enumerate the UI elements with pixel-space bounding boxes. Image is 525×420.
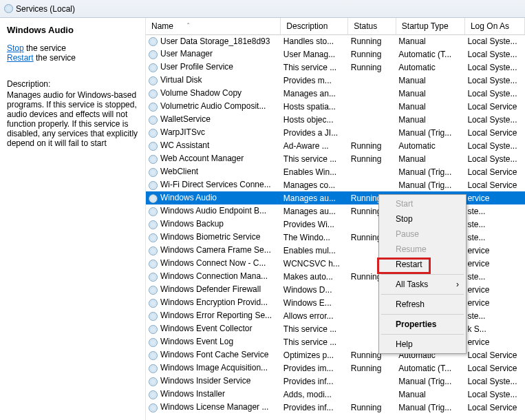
col-log-on-as[interactable]: Log On As (464, 18, 524, 34)
table-row[interactable]: Windows Font Cache ServiceOptimizes p...… (146, 348, 525, 361)
table-row[interactable]: WarpJITSvcProvides a JI...Manual (Trig..… (146, 126, 525, 139)
cell-name: Windows Audio Endpoint B... (146, 204, 281, 218)
table-row[interactable]: Windows Connect Now - C...WCNCSVC h...er… (146, 257, 525, 270)
cell-desc: Manages an... (281, 87, 348, 100)
col-startup-type[interactable]: Startup Type (396, 18, 464, 34)
cell-desc: WCNCSVC h... (281, 257, 348, 270)
table-row[interactable]: Windows Event CollectorThis service ...k… (146, 322, 525, 335)
service-icon (149, 220, 158, 229)
cell-logon: Local Service (464, 178, 524, 191)
cell-status (348, 388, 396, 401)
cell-startup: Manual (396, 87, 464, 100)
cell-startup: Manual (396, 113, 464, 126)
context-menu: Start Stop Pause Resume Restart All Task… (378, 194, 467, 354)
table-row[interactable]: Web Account ManagerThis service ...Runni… (146, 152, 525, 165)
service-icon (149, 351, 158, 360)
cell-logon: ste... (464, 218, 524, 231)
service-icon (149, 299, 158, 308)
cell-name: WalletService (146, 113, 281, 126)
cell-status: Running (348, 34, 396, 48)
table-row[interactable]: Windows AudioManages au...Runningervice (146, 191, 525, 204)
table-row[interactable]: User Data Storage_181e8d93Handles sto...… (146, 34, 525, 48)
table-row[interactable]: Windows InstallerAdds, modi...ManualLoca… (146, 388, 525, 401)
table-row[interactable]: Windows Audio Endpoint B...Manages au...… (146, 204, 525, 218)
table-row[interactable]: Windows Defender FirewallWindows D...erv… (146, 283, 525, 296)
cell-name: User Profile Service (146, 61, 281, 74)
ctx-separator (381, 274, 464, 275)
cell-desc: The Windo... (281, 231, 348, 244)
services-table[interactable]: Name Description Status Startup Type Log… (146, 18, 525, 414)
service-icon (149, 50, 158, 59)
col-description[interactable]: Description (281, 18, 348, 34)
cell-name: WC Assistant (146, 139, 281, 152)
table-row[interactable]: Windows License Manager ...Provides inf.… (146, 401, 525, 414)
cell-name: Windows Event Collector (146, 322, 281, 335)
ctx-stop[interactable]: Stop (381, 211, 464, 227)
ctx-help[interactable]: Help (381, 337, 464, 352)
service-icon (149, 129, 158, 138)
cell-logon: Local Syste... (464, 87, 524, 100)
cell-desc: Windows E... (281, 296, 348, 309)
ctx-properties[interactable]: Properties (381, 317, 464, 332)
service-icon (149, 364, 158, 373)
table-row[interactable]: Windows Connection Mana...Makes auto...R… (146, 270, 525, 283)
ctx-separator (381, 334, 464, 335)
cell-logon: Local Syste... (464, 34, 524, 48)
ctx-all-tasks[interactable]: All Tasks (381, 277, 464, 292)
restart-service-link[interactable]: Restart (7, 53, 34, 63)
col-name[interactable]: Name (146, 18, 281, 34)
table-header-row: Name Description Status Startup Type Log… (146, 18, 525, 34)
table-row[interactable]: WebClientEnables Win...Manual (Trig...Lo… (146, 165, 525, 178)
cell-name: WarpJITSvc (146, 126, 281, 139)
ctx-pause: Pause (381, 227, 464, 242)
service-icon (149, 325, 158, 334)
table-row[interactable]: Windows BackupProvides Wi...ste... (146, 218, 525, 231)
cell-desc: Provides inf... (281, 375, 348, 388)
table-row[interactable]: Windows Encryption Provid...Windows E...… (146, 296, 525, 309)
cell-logon: ervice (464, 191, 524, 204)
col-status[interactable]: Status (348, 18, 396, 34)
table-row[interactable]: Windows Image Acquisition...Provides im.… (146, 361, 525, 375)
cell-desc: Manages co... (281, 178, 348, 191)
table-row[interactable]: User ManagerUser Manag...RunningAutomati… (146, 48, 525, 61)
cell-desc: Provides Wi... (281, 218, 348, 231)
table-row[interactable]: User Profile ServiceThis service ...Runn… (146, 61, 525, 74)
cell-status (348, 113, 396, 126)
action-restart-line: Restart the service (7, 53, 138, 63)
cell-status (348, 74, 396, 87)
service-icon (149, 194, 158, 203)
stop-service-link[interactable]: Stop (7, 43, 24, 53)
cell-name: Windows License Manager ... (146, 401, 281, 414)
cell-desc: Windows D... (281, 283, 348, 296)
cell-logon: Local Syste... (464, 375, 524, 388)
table-row[interactable]: Windows Biometric ServiceThe Windo...Run… (146, 231, 525, 244)
services-list-pane: Name Description Status Startup Type Log… (146, 18, 525, 420)
cell-startup: Manual (396, 152, 464, 165)
cell-desc: This service ... (281, 335, 348, 348)
table-row[interactable]: Windows Event LogThis service ...ervice (146, 335, 525, 348)
cell-name: Windows Installer (146, 388, 281, 401)
table-row[interactable]: Volumetric Audio Composit...Hosts spatia… (146, 100, 525, 113)
cell-startup: Manual (Trig... (396, 375, 464, 388)
cell-logon: Local Syste... (464, 152, 524, 165)
table-row[interactable]: Windows Insider ServiceProvides inf...Ma… (146, 375, 525, 388)
cell-name: Volume Shadow Copy (146, 87, 281, 100)
service-icon (149, 103, 158, 112)
ctx-refresh[interactable]: Refresh (381, 297, 464, 312)
cell-startup: Automatic (T... (396, 361, 464, 375)
table-row[interactable]: WC AssistantAd-Aware ...RunningAutomatic… (146, 139, 525, 152)
cell-desc: Manages au... (281, 204, 348, 218)
table-row[interactable]: Volume Shadow CopyManages an...ManualLoc… (146, 87, 525, 100)
table-row[interactable]: Wi-Fi Direct Services Conne...Manages co… (146, 178, 525, 191)
table-row[interactable]: Windows Camera Frame Se...Enables mul...… (146, 244, 525, 257)
table-row[interactable]: WalletServiceHosts objec...ManualLocal S… (146, 113, 525, 126)
table-row[interactable]: Virtual DiskProvides m...ManualLocal Sys… (146, 74, 525, 87)
action-stop-line: Stop the service (7, 43, 138, 53)
ctx-restart[interactable]: Restart (381, 257, 464, 272)
cell-startup: Automatic (396, 61, 464, 74)
cell-startup: Automatic (396, 139, 464, 152)
cell-status (348, 375, 396, 388)
cell-startup: Manual (396, 388, 464, 401)
table-row[interactable]: Windows Error Reporting Se...Allows erro… (146, 309, 525, 322)
window-titlebar: Services (Local) (0, 0, 525, 18)
